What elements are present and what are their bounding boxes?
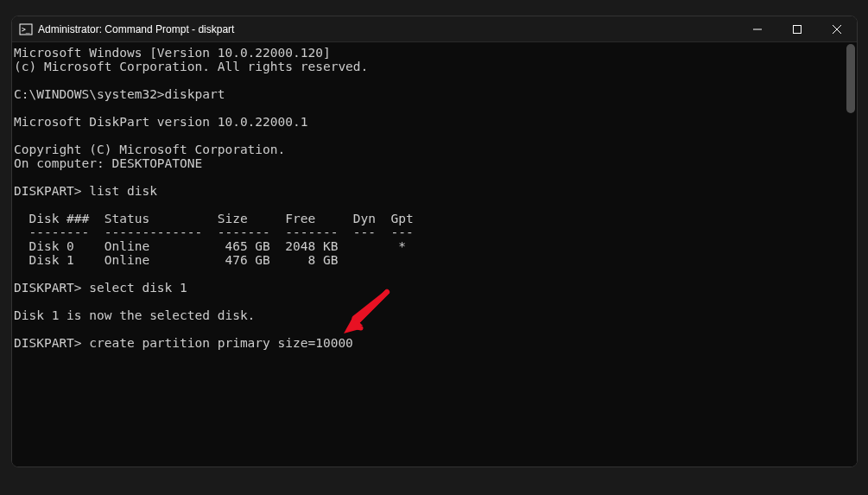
terminal-line: Copyright (C) Microsoft Corporation. bbox=[14, 143, 285, 156]
cmd-icon: >_ bbox=[19, 22, 33, 36]
terminal-line: DISKPART> list disk bbox=[14, 184, 157, 198]
command-prompt-window: >_ Administrator: Command Prompt - diskp… bbox=[11, 16, 858, 467]
terminal-line: Microsoft DiskPart version 10.0.22000.1 bbox=[14, 115, 307, 129]
terminal-line: (c) Microsoft Corporation. All rights re… bbox=[14, 60, 368, 73]
titlebar[interactable]: >_ Administrator: Command Prompt - diskp… bbox=[12, 16, 857, 42]
maximize-button[interactable] bbox=[777, 16, 817, 42]
svg-text:>_: >_ bbox=[22, 26, 30, 34]
terminal-output: Microsoft Windows [Version 10.0.22000.12… bbox=[14, 46, 855, 350]
minimize-button[interactable] bbox=[738, 16, 777, 42]
titlebar-left: >_ Administrator: Command Prompt - diskp… bbox=[19, 22, 234, 36]
terminal-line: Microsoft Windows [Version 10.0.22000.12… bbox=[14, 46, 331, 60]
svg-rect-3 bbox=[794, 26, 801, 34]
terminal-line: Disk 1 Online 476 GB 8 GB bbox=[14, 253, 338, 267]
terminal-line: Disk 1 is now the selected disk. bbox=[14, 308, 255, 322]
window-controls bbox=[738, 16, 857, 41]
terminal-line: DISKPART> select disk 1 bbox=[14, 281, 187, 295]
close-button[interactable] bbox=[817, 16, 857, 42]
terminal-area[interactable]: Microsoft Windows [Version 10.0.22000.12… bbox=[12, 42, 857, 466]
terminal-line: -------- ------------- ------- ------- -… bbox=[14, 225, 414, 239]
terminal-line: Disk ### Status Size Free Dyn Gpt bbox=[14, 212, 414, 225]
window-title: Administrator: Command Prompt - diskpart bbox=[38, 23, 234, 35]
terminal-line: Disk 0 Online 465 GB 2048 KB * bbox=[14, 239, 406, 253]
terminal-line: DISKPART> create partition primary size=… bbox=[14, 336, 353, 350]
terminal-line: On computer: DESKTOPATONE bbox=[14, 156, 202, 170]
scrollbar[interactable] bbox=[845, 42, 857, 466]
scrollbar-thumb[interactable] bbox=[846, 44, 855, 113]
terminal-line: C:\WINDOWS\system32>diskpart bbox=[14, 87, 225, 101]
